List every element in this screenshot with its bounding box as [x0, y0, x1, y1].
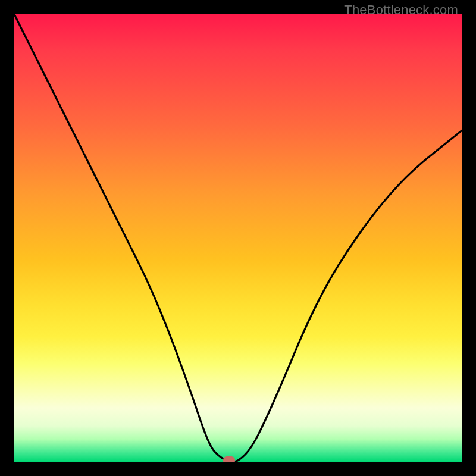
optimal-point-marker	[223, 456, 235, 462]
chart-frame	[14, 14, 462, 462]
bottleneck-curve	[14, 14, 462, 462]
